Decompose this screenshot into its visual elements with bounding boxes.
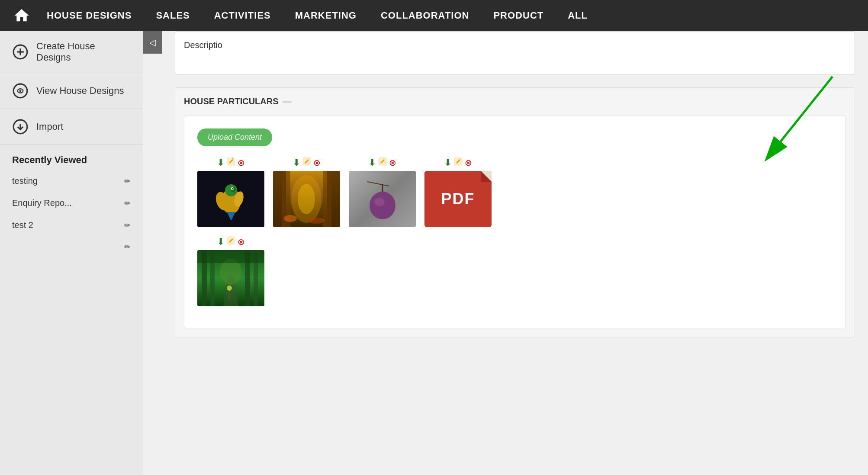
remove-icon-4[interactable]: ⊗ — [465, 157, 472, 168]
recent-item-label: Enquiry Repo... — [12, 198, 72, 208]
download-icon-2[interactable]: ⬇ — [293, 157, 300, 168]
image-item-1: ⬇ ⊗ — [197, 157, 264, 227]
image-item-2: ⬇ ⊗ — [273, 157, 340, 227]
image-item-3: ⬇ ⊗ — [349, 157, 416, 227]
svg-rect-45 — [197, 250, 264, 263]
edit-icon-4[interactable] — [453, 157, 463, 168]
description-section: Descriptio — [175, 31, 855, 74]
image-thumb-plum — [349, 171, 416, 227]
nav-activities[interactable]: ACTIVITIES — [202, 0, 283, 31]
remove-icon-5[interactable]: ⊗ — [238, 237, 245, 247]
edit-icon-3[interactable] — [378, 157, 387, 168]
nav-collaboration[interactable]: COLLABORATION — [369, 0, 481, 31]
sidebar-item-create[interactable]: Create House Designs — [0, 31, 143, 73]
image-actions-2: ⬇ ⊗ — [293, 157, 321, 168]
image-item-5: ⬇ ⊗ — [197, 236, 264, 306]
content-box: Upload Content ⬇ — [184, 115, 846, 328]
description-label: Descriptio — [184, 40, 846, 50]
home-button[interactable] — [9, 0, 35, 31]
eye-circle-icon — [12, 83, 29, 99]
remove-icon-3[interactable]: ⊗ — [389, 157, 396, 168]
pdf-label: PDF — [441, 190, 475, 208]
create-label: Create House Designs — [36, 41, 131, 63]
edit-icon-2[interactable] — [302, 157, 312, 168]
svg-point-24 — [284, 215, 297, 222]
garden-svg — [197, 250, 264, 306]
top-navigation: HOUSE DESIGNS SALES ACTIVITIES MARKETING… — [0, 0, 868, 31]
edit-pencil-icon[interactable]: ✏ — [124, 199, 131, 208]
svg-point-30 — [374, 198, 385, 206]
nav-product[interactable]: PRODUCT — [481, 0, 556, 31]
house-particulars-section: HOUSE PARTICULARS — Upload Content — [175, 87, 855, 337]
import-label: Import — [36, 121, 63, 132]
parrot-svg — [209, 177, 253, 221]
svg-point-25 — [308, 218, 325, 224]
recent-item-label: testing — [12, 176, 38, 186]
sidebar: Create House Designs View House Designs … — [0, 31, 143, 475]
image-thumb-garden — [197, 250, 264, 306]
edit-pencil-icon[interactable]: ✏ — [124, 177, 131, 186]
edit-icon-1[interactable] — [226, 157, 236, 168]
house-particulars-title: HOUSE PARTICULARS — — [184, 96, 846, 106]
view-label: View House Designs — [36, 85, 124, 96]
svg-point-44 — [227, 286, 232, 291]
upload-content-button[interactable]: Upload Content — [197, 128, 272, 146]
image-thumb-parrot — [197, 171, 264, 227]
nav-sales[interactable]: SALES — [144, 0, 202, 31]
download-icon-1[interactable]: ⬇ — [217, 157, 225, 168]
plum-svg — [354, 175, 411, 223]
svg-line-8 — [781, 77, 833, 141]
sidebar-toggle-button[interactable]: ◁ — [143, 31, 162, 54]
nav-house-designs[interactable]: HOUSE DESIGNS — [35, 0, 144, 31]
green-arrow-annotation — [729, 72, 837, 167]
image-actions-1: ⬇ ⊗ — [217, 157, 245, 168]
download-circle-icon — [12, 119, 29, 135]
plus-circle-icon — [12, 44, 29, 60]
download-icon-4[interactable]: ⬇ — [444, 157, 452, 168]
edit-pencil-icon[interactable]: ✏ — [124, 221, 131, 230]
recently-viewed-title: Recently Viewed — [0, 145, 143, 170]
image-actions-5: ⬇ ⊗ — [217, 236, 245, 247]
main-content-area: Descriptio HOUSE PARTICULARS — — [162, 31, 868, 475]
svg-rect-21 — [323, 171, 331, 227]
recent-item-test2[interactable]: test 2 ✏ — [0, 214, 143, 236]
svg-line-28 — [367, 182, 389, 186]
svg-point-23 — [298, 184, 315, 214]
forest-svg — [273, 171, 340, 227]
main-layout: Create House Designs View House Designs … — [0, 31, 868, 475]
nav-all[interactable]: ALL — [556, 0, 600, 31]
remove-icon-1[interactable]: ⊗ — [238, 157, 245, 168]
svg-point-5 — [19, 90, 22, 92]
images-row-1: ⬇ ⊗ — [197, 157, 833, 227]
image-item-4: ⬇ ⊗ — [424, 157, 492, 227]
remove-icon-2[interactable]: ⊗ — [313, 157, 321, 168]
download-icon-3[interactable]: ⬇ — [368, 157, 376, 168]
download-icon-5[interactable]: ⬇ — [217, 236, 225, 247]
edit-pencil-icon[interactable]: ✏ — [124, 242, 131, 252]
svg-point-32 — [388, 183, 399, 189]
recent-item-enquiry[interactable]: Enquiry Repo... ✏ — [0, 192, 143, 214]
image-actions-4: ⬇ ⊗ — [444, 157, 472, 168]
recent-item-testing[interactable]: testing ✏ — [0, 170, 143, 192]
image-thumb-forest — [273, 171, 340, 227]
image-actions-3: ⬇ ⊗ — [368, 157, 396, 168]
section-dash: — — [283, 96, 292, 106]
svg-point-31 — [365, 184, 378, 193]
nav-marketing[interactable]: MARKETING — [283, 0, 369, 31]
svg-point-16 — [232, 188, 233, 189]
recent-item-label: test 2 — [12, 220, 33, 230]
edit-icon-5[interactable] — [226, 236, 236, 247]
image-thumb-pdf: PDF — [424, 171, 492, 227]
sidebar-item-import[interactable]: Import — [0, 109, 143, 145]
images-row-2: ⬇ ⊗ — [197, 236, 833, 306]
sidebar-container: Create House Designs View House Designs … — [0, 31, 162, 475]
sidebar-item-view[interactable]: View House Designs — [0, 73, 143, 109]
recent-item-extra: ✏ — [0, 236, 143, 258]
